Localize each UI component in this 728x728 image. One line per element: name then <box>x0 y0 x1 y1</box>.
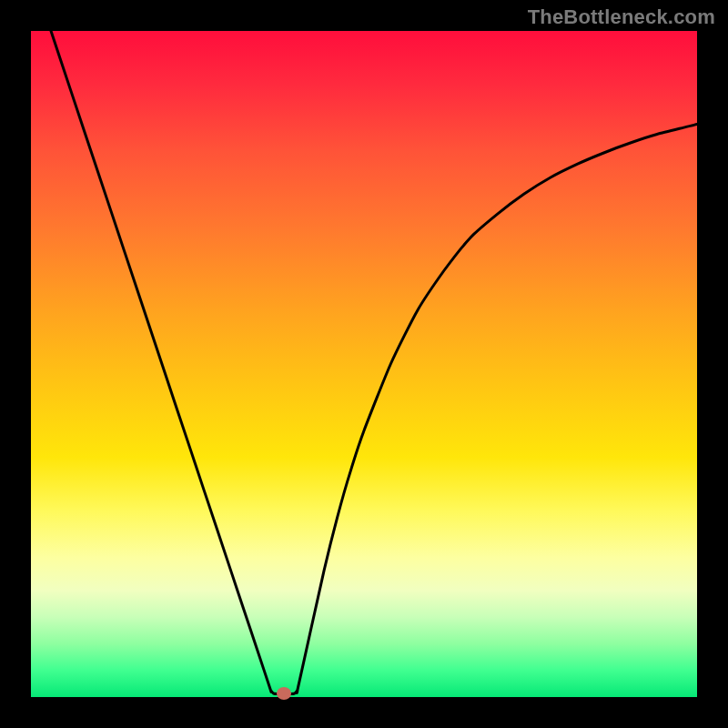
watermark-text: TheBottleneck.com <box>528 5 715 29</box>
chart-frame: TheBottleneck.com <box>0 0 728 728</box>
minimum-marker <box>277 687 291 700</box>
plot-area <box>31 31 697 697</box>
curve-svg <box>31 31 697 697</box>
bottleneck-curve <box>51 31 697 693</box>
